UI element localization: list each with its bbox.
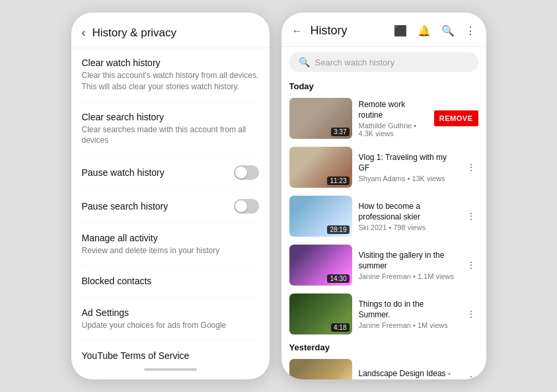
video-title: How to become a professional skier	[359, 201, 457, 222]
settings-item-ad-settings: Ad SettingsUpdate your choices for ads f…	[82, 298, 259, 341]
settings-list: Clear watch historyClear this account's …	[71, 48, 270, 364]
search-header-icon[interactable]: 🔍	[439, 22, 457, 40]
video-item-v5[interactable]: 4:18 Things to do in the Summer. Janine …	[281, 290, 486, 338]
video-more-icon[interactable]: ⋮	[464, 306, 478, 322]
settings-item-clear-watch: Clear watch historyClear this account's …	[82, 48, 259, 102]
video-thumbnail: 14:30	[289, 245, 352, 286]
settings-item-pause-search: Pause search history	[82, 190, 259, 223]
video-list: Today 3:37 Remote work routine Mathilde …	[281, 77, 486, 379]
video-channel: Ski 2021 • 798 views	[359, 223, 457, 231]
more-icon[interactable]: ⋮	[463, 22, 478, 40]
history-header: ← History ⬛ 🔔 🔍 ⋮	[281, 13, 486, 47]
left-phone: ‹ History & privacy Clear watch historyC…	[71, 13, 270, 379]
right-phone: ← History ⬛ 🔔 🔍 ⋮ 🔍 Search watch history…	[281, 13, 486, 379]
settings-item-subtitle: Update your choices for ads from Google	[82, 320, 259, 331]
video-item-v3[interactable]: 28:19 How to become a professional skier…	[281, 192, 486, 241]
toggle-pause-watch[interactable]	[234, 165, 259, 180]
video-info: Landscape Design Ideas - Garden Design f…	[359, 368, 457, 379]
video-channel: Mathilde Guthrie • 4.3K views	[359, 122, 427, 137]
video-thumbnail: 3:37	[289, 98, 352, 139]
settings-item-clear-search: Clear search historyClear searches made …	[82, 102, 259, 157]
video-more-icon[interactable]: ⋮	[464, 159, 478, 175]
history-title: History	[311, 24, 386, 38]
bell-icon[interactable]: 🔔	[415, 22, 433, 40]
settings-item-title: Pause search history	[82, 201, 168, 212]
settings-item-subtitle: Review and delete items in your history	[82, 245, 259, 256]
search-icon: 🔍	[299, 57, 310, 67]
section-label-today: Today	[281, 77, 486, 94]
settings-panel: ‹ History & privacy Clear watch historyC…	[71, 13, 270, 379]
settings-item-manage-activity: Manage all activityReview and delete ite…	[82, 223, 259, 266]
video-title: Remote work routine	[359, 99, 427, 120]
video-duration: 4:18	[331, 323, 349, 332]
back-icon[interactable]: ‹	[82, 26, 86, 40]
video-channel: Janine Freeman • 1M views	[359, 321, 457, 329]
video-info: How to become a professional skier Ski 2…	[359, 201, 457, 231]
video-info: Visiting the gallery in the summer Janin…	[359, 250, 457, 280]
remove-button[interactable]: REMOVE	[434, 110, 478, 126]
settings-title: History & privacy	[93, 26, 177, 40]
video-item-v6[interactable]: Landscape Design Ideas - Garden Design f…	[281, 355, 486, 379]
settings-item-title: Ad Settings	[82, 307, 259, 318]
video-title: Landscape Design Ideas - Garden Design f…	[359, 368, 457, 379]
video-title: Vlog 1: Traveling with my GF	[359, 152, 457, 173]
video-duration: 28:19	[327, 225, 349, 234]
video-thumbnail: 28:19	[289, 196, 352, 237]
video-info: Things to do in the Summer. Janine Freem…	[359, 299, 457, 329]
back-icon[interactable]: ←	[289, 22, 305, 40]
section-label-yesterday: Yesterday	[281, 338, 486, 355]
settings-item-title: Blocked contacts	[82, 276, 259, 286]
settings-item-tos: YouTube Terms of ServiceRead YouTube's T…	[82, 341, 259, 364]
settings-item-subtitle: Clear searches made with this account fr…	[82, 124, 259, 147]
video-duration: 14:30	[327, 274, 349, 283]
video-more-icon[interactable]: ⋮	[464, 257, 478, 273]
video-duration: 11:23	[327, 176, 349, 185]
search-bar[interactable]: 🔍 Search watch history	[289, 52, 478, 72]
settings-item-subtitle: Clear this account's watch history from …	[82, 70, 259, 93]
settings-item-title: Clear watch history	[82, 58, 259, 68]
settings-header: ‹ History & privacy	[71, 13, 270, 48]
home-indicator	[144, 368, 197, 371]
video-item-v4[interactable]: 14:30 Visiting the gallery in the summer…	[281, 241, 486, 290]
video-info: Vlog 1: Traveling with my GF Shyam Adams…	[359, 152, 457, 182]
history-panel: ← History ⬛ 🔔 🔍 ⋮ 🔍 Search watch history…	[281, 13, 486, 379]
video-item-v1[interactable]: 3:37 Remote work routine Mathilde Guthri…	[281, 94, 486, 143]
settings-item-title: Pause watch history	[82, 167, 165, 178]
video-channel: Shyam Adams • 13K views	[359, 175, 457, 182]
settings-item-blocked-contacts[interactable]: Blocked contacts	[82, 266, 259, 298]
video-title: Things to do in the Summer.	[359, 299, 457, 320]
bottom-bar	[71, 364, 270, 379]
settings-item-title: YouTube Terms of Service	[82, 350, 259, 361]
video-thumbnail	[289, 359, 352, 379]
cast-icon[interactable]: ⬛	[391, 22, 410, 40]
video-duration: 3:37	[331, 128, 349, 136]
settings-item-title: Manage all activity	[82, 233, 259, 243]
settings-item-title: Clear search history	[82, 112, 259, 122]
video-title: Visiting the gallery in the summer	[359, 250, 457, 271]
video-more-icon[interactable]: ⋮	[464, 208, 478, 224]
video-thumbnail: 11:23	[289, 147, 352, 188]
search-placeholder: Search watch history	[315, 58, 395, 67]
video-more-icon[interactable]: ⋮	[464, 372, 478, 379]
video-thumbnail: 4:18	[289, 294, 352, 334]
video-channel: Janine Freeman • 1.1M views	[359, 272, 457, 280]
thumbnail-image	[289, 359, 352, 379]
settings-item-pause-watch: Pause watch history	[82, 156, 259, 190]
video-item-v2[interactable]: 11:23 Vlog 1: Traveling with my GF Shyam…	[281, 143, 486, 192]
toggle-pause-search[interactable]	[234, 199, 259, 214]
video-info: Remote work routine Mathilde Guthrie • 4…	[359, 99, 427, 137]
